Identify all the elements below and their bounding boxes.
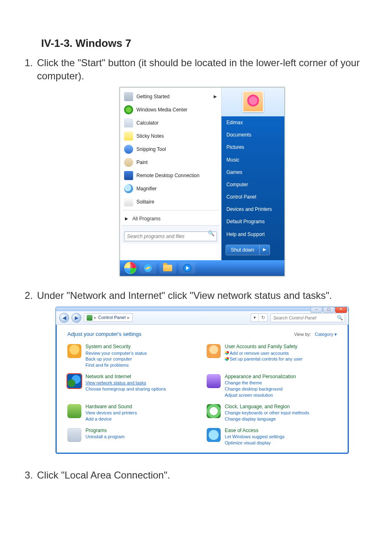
explorer-toolbar: ◀ ▶ ▸ Control Panel ▸ ▾ ↻ [56,311,348,325]
music-link[interactable]: Music [221,154,284,166]
program-label: Solitaire [136,199,154,205]
shut-down-options-button[interactable]: ▶ [259,245,270,255]
all-programs-label: All Programs [132,215,161,222]
step-3-text: Click "Local Area Connection". [37,469,170,481]
address-refresh[interactable]: ↻ [258,314,267,321]
start-menu-places-pane: Edimax Documents Pictures Music Games Co… [221,88,284,260]
documents-link[interactable]: Documents [221,129,284,141]
uninstall-program-link[interactable]: Uninstall a program [85,434,125,440]
games-link[interactable]: Games [221,166,284,178]
paint-icon [124,158,133,167]
program-windows-media-center[interactable]: Windows Media Center [122,103,219,116]
computer-link[interactable]: Computer [221,178,284,191]
solitaire-icon [124,197,133,206]
search-box[interactable]: 🔍 [270,313,345,322]
find-fix-link[interactable]: Find and fix problems [85,362,147,368]
step-3: Click "Local Area Connection". [25,469,367,482]
optimize-display-link[interactable]: Optimize visual display [225,440,285,446]
shield-icon [225,357,229,361]
devices-printers-link[interactable]: Devices and Printers [221,203,284,215]
step-2-text: Under "Network and Internet" click "View… [37,290,332,301]
suggest-settings-link[interactable]: Let Windows suggest settings [225,434,285,440]
taskbar-wmp[interactable] [179,262,196,274]
program-sticky-notes[interactable]: Sticky Notes [122,130,219,143]
hardware-sound-link[interactable]: Hardware and Sound [85,403,137,410]
shut-down-split-button[interactable]: Shut down ▶ [226,245,270,255]
pictures-link[interactable]: Pictures [221,141,284,153]
category-ease-of-access: Ease of Access Let Windows suggest setti… [207,427,337,446]
network-internet-link[interactable]: Network and Internet [85,373,166,380]
program-getting-started[interactable]: Getting Started ▶ [122,90,219,103]
taskbar-explorer[interactable] [159,262,176,274]
view-devices-link[interactable]: View devices and printers [85,410,137,416]
start-orb-icon[interactable] [124,262,136,274]
screen-resolution-link[interactable]: Adjust screen resolution [225,392,296,398]
change-theme-link[interactable]: Change the theme [225,380,296,386]
category-appearance: Appearance and Personalization Change th… [207,373,337,398]
start-search[interactable]: 🔍 [124,228,217,241]
maximize-button[interactable]: ▢ [323,307,334,313]
program-remote-desktop[interactable]: Remote Desktop Connection [122,169,219,182]
control-panel-link[interactable]: Control Panel [221,191,284,203]
parental-controls-link[interactable]: Set up parental controls for any user [225,356,302,362]
view-by-dropdown[interactable]: Category ▾ [315,332,337,337]
program-snipping-tool[interactable]: Snipping Tool [122,143,219,156]
program-label: Remote Desktop Connection [136,172,199,179]
category-clock-language: Clock, Language, and Region Change keybo… [207,403,337,422]
search-input[interactable] [271,314,345,322]
taskbar-ie[interactable] [140,262,156,274]
forward-button[interactable]: ▶ [71,313,81,323]
category-network-internet: Network and Internet View network status… [67,373,198,398]
review-status-link[interactable]: Review your computer's status [85,350,147,356]
default-programs-link[interactable]: Default Programs [221,215,284,228]
clock-language-icon [207,404,221,418]
address-dropdowns[interactable]: ▾ ↻ [251,313,268,322]
display-language-link[interactable]: Change display language [225,416,309,422]
help-support-link[interactable]: Help and Support [221,228,284,240]
section-heading: IV-1-3. Windows 7 [41,37,367,50]
clock-language-link[interactable]: Clock, Language, and Region [225,403,309,410]
add-device-link[interactable]: Add a device [85,416,137,422]
appearance-icon [207,374,221,388]
breadcrumb[interactable]: ▸ Control Panel ▸ [84,313,133,322]
programs-link[interactable]: Programs [85,427,125,434]
minimize-button[interactable]: – [311,307,322,313]
search-icon: 🔍 [208,230,214,237]
back-button[interactable]: ◀ [59,313,69,323]
start-search-input[interactable] [124,231,217,241]
remote-desktop-icon [124,171,133,180]
change-keyboards-link[interactable]: Change keyboards or other input methods [225,410,309,416]
getting-started-icon [124,92,133,101]
user-accounts-icon [207,344,221,358]
program-solitaire[interactable]: Solitaire [122,195,219,208]
program-label: Paint [136,159,148,166]
change-background-link[interactable]: Change desktop background [225,386,296,392]
program-label: Snipping Tool [136,146,166,153]
internet-explorer-icon [144,264,152,272]
shut-down-button[interactable]: Shut down [226,245,259,255]
view-network-status-link[interactable]: View network status and tasks [85,380,166,386]
system-security-icon [67,344,81,358]
ease-of-access-icon [207,428,221,442]
user-folder-link[interactable]: Edimax [221,116,284,129]
breadcrumb-sep-icon: ▸ [127,314,130,321]
all-programs[interactable]: ▶ All Programs [122,212,219,225]
system-security-link[interactable]: System and Security [85,343,147,350]
program-magnifier[interactable]: Magnifier [122,182,219,195]
close-button[interactable]: ✕ [335,307,347,313]
backup-link[interactable]: Back up your computer [85,356,147,362]
folder-icon [163,265,172,271]
homegroup-sharing-link[interactable]: Choose homegroup and sharing options [85,386,166,392]
ease-of-access-link[interactable]: Ease of Access [225,427,285,434]
category-user-accounts: User Accounts and Family Safety Add or r… [207,343,337,368]
program-paint[interactable]: Paint [122,156,219,169]
user-accounts-link[interactable]: User Accounts and Family Safety [225,343,302,350]
appearance-link[interactable]: Appearance and Personalization [225,373,296,380]
figure-control-panel: – ▢ ✕ ◀ ▶ ▸ Control Panel ▸ [55,307,349,454]
program-calculator[interactable]: Calculator [122,116,219,130]
window-titlebar: – ▢ ✕ [56,307,348,311]
address-history-dropdown[interactable]: ▾ [251,314,258,321]
program-label: Calculator [136,120,159,126]
add-remove-accounts-link[interactable]: Add or remove user accounts [225,350,302,356]
program-label: Windows Media Center [136,106,187,113]
